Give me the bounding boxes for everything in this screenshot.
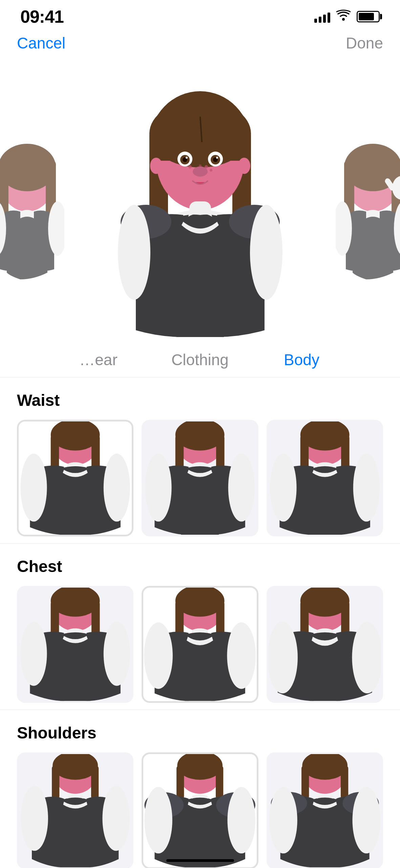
svg-point-99 [352,787,380,853]
svg-point-70 [144,623,173,689]
shoulders-option-1[interactable] [17,752,133,868]
status-bar: 09:41 [0,0,400,31]
nav-bar: Cancel Done [0,31,400,59]
svg-point-0 [342,18,345,21]
svg-point-28 [150,158,162,174]
shoulders-options [17,752,383,868]
svg-point-91 [228,787,255,853]
svg-point-46 [21,454,47,522]
svg-rect-95 [341,765,348,799]
waist-option-3[interactable] [267,420,383,536]
signal-icon [314,11,330,23]
chest-option-2[interactable] [142,586,258,703]
tab-headwear[interactable]: …ear [48,344,149,377]
waist-options [17,420,383,536]
cancel-button[interactable]: Cancel [17,34,65,52]
svg-rect-94 [301,765,309,799]
svg-point-21 [216,157,218,159]
svg-point-20 [186,157,188,159]
avatar-side-right [336,127,400,337]
svg-point-90 [145,787,172,853]
svg-point-76 [268,622,298,694]
svg-rect-80 [52,765,59,799]
shoulders-title: Shoulders [17,724,383,742]
avatar-main [115,79,285,337]
chest-title: Chest [17,557,383,576]
svg-point-33 [118,205,150,300]
svg-point-53 [228,454,255,522]
svg-point-58 [270,454,296,522]
svg-point-25 [210,169,212,172]
chest-option-3[interactable] [267,586,383,703]
svg-rect-81 [91,765,99,799]
svg-rect-86 [176,765,184,799]
chest-option-1[interactable] [17,586,133,703]
svg-point-65 [104,622,130,686]
shoulders-option-3[interactable] [267,752,383,868]
status-time: 09:41 [20,6,64,27]
avatar-preview [0,59,400,337]
svg-point-22 [188,165,192,169]
svg-point-47 [104,454,130,522]
svg-point-71 [227,623,256,689]
tab-body[interactable]: Body [251,344,353,377]
wifi-icon [336,9,351,24]
chest-section: Chest [0,544,400,710]
svg-point-83 [102,786,129,851]
svg-point-52 [145,454,172,522]
status-icons [314,9,380,24]
shoulders-section: Shoulders [0,710,400,868]
done-button[interactable]: Done [346,34,383,52]
shoulders-option-2[interactable] [142,752,258,868]
waist-option-2[interactable] [142,420,258,536]
svg-point-34 [250,205,282,300]
waist-title: Waist [17,391,383,410]
svg-point-29 [238,158,250,174]
segment-tabs: …ear Clothing Body [0,337,400,377]
avatar-side-left [0,127,64,337]
home-indicator [166,859,234,862]
svg-point-59 [353,454,379,522]
waist-option-1[interactable] [17,420,133,536]
chest-options [17,586,383,703]
svg-point-98 [269,787,297,853]
waist-section: Waist [0,377,400,544]
battery-icon [357,11,380,22]
tab-clothing[interactable]: Clothing [149,344,251,377]
svg-point-64 [21,622,47,686]
svg-rect-87 [216,765,223,799]
svg-point-82 [21,786,48,851]
svg-rect-12 [149,134,251,161]
svg-point-77 [352,622,381,694]
